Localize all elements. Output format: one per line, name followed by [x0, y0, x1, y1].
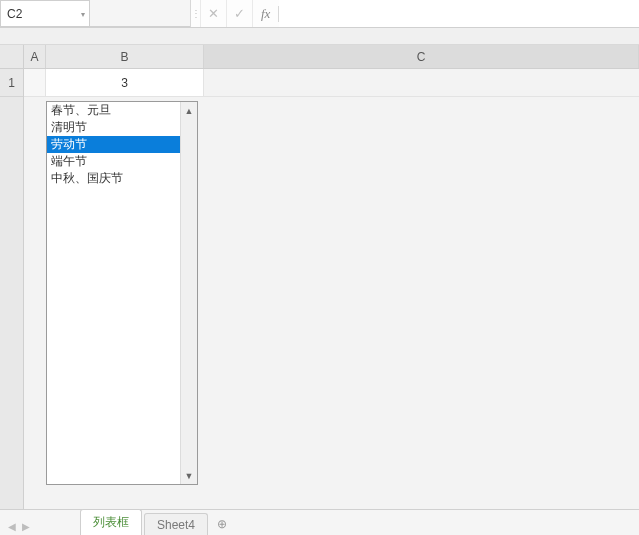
- separator-icon: ⋮: [191, 0, 201, 27]
- formula-bar-controls: ⋮ ✕ ✓ fx: [190, 0, 279, 27]
- formula-bar-gap: [90, 0, 190, 27]
- row-header-1[interactable]: 1: [0, 69, 23, 97]
- listbox-scrollbar[interactable]: ▲ ▼: [180, 102, 197, 484]
- formula-bar: C2 ▾ ⋮ ✕ ✓ fx: [0, 0, 639, 28]
- cells-area[interactable]: 3 春节、元旦清明节劳动节端午节中秋、国庆节 ▲ ▼: [24, 69, 639, 509]
- cell-c1[interactable]: [204, 69, 639, 97]
- select-all-corner[interactable]: [0, 45, 24, 68]
- listbox-item[interactable]: 清明节: [47, 119, 180, 136]
- cell-b1[interactable]: 3: [46, 69, 204, 97]
- cancel-icon[interactable]: ✕: [201, 0, 227, 27]
- nav-next-icon[interactable]: ▶: [22, 521, 30, 532]
- dropdown-icon[interactable]: ▾: [81, 9, 85, 18]
- confirm-icon[interactable]: ✓: [227, 0, 253, 27]
- row-headers: 1: [0, 69, 24, 509]
- listbox-item[interactable]: 春节、元旦: [47, 102, 180, 119]
- listbox-control[interactable]: 春节、元旦清明节劳动节端午节中秋、国庆节 ▲ ▼: [46, 101, 198, 485]
- name-box[interactable]: C2 ▾: [0, 0, 90, 27]
- column-header-a[interactable]: A: [24, 45, 46, 68]
- sheet-tab-other[interactable]: Sheet4: [144, 513, 208, 535]
- nav-prev-icon[interactable]: ◀: [8, 521, 16, 532]
- listbox-item[interactable]: 端午节: [47, 153, 180, 170]
- grid-body: 1 3 春节、元旦清明节劳动节端午节中秋、国庆节 ▲ ▼: [0, 69, 639, 509]
- column-header-b[interactable]: B: [46, 45, 204, 68]
- sheet-tab-active[interactable]: 列表框: [80, 509, 142, 535]
- formula-input[interactable]: [279, 0, 639, 27]
- column-headers: A B C: [0, 45, 639, 69]
- listbox-items: 春节、元旦清明节劳动节端午节中秋、国庆节: [47, 102, 180, 484]
- row-1: 3: [24, 69, 639, 97]
- sheet-tab-bar: ◀ ▶ 列表框 Sheet4 ⊕: [0, 509, 639, 535]
- scroll-down-icon[interactable]: ▼: [181, 467, 197, 484]
- fx-button[interactable]: fx: [253, 6, 279, 22]
- tab-nav[interactable]: ◀ ▶: [8, 521, 30, 532]
- divider-strip: [0, 28, 639, 45]
- listbox-item[interactable]: 中秋、国庆节: [47, 170, 180, 187]
- add-sheet-icon[interactable]: ⊕: [210, 513, 234, 535]
- listbox-item[interactable]: 劳动节: [47, 136, 180, 153]
- name-box-value: C2: [7, 7, 22, 21]
- column-header-c[interactable]: C: [204, 45, 639, 68]
- cell-a1[interactable]: [24, 69, 46, 97]
- scroll-up-icon[interactable]: ▲: [181, 102, 197, 119]
